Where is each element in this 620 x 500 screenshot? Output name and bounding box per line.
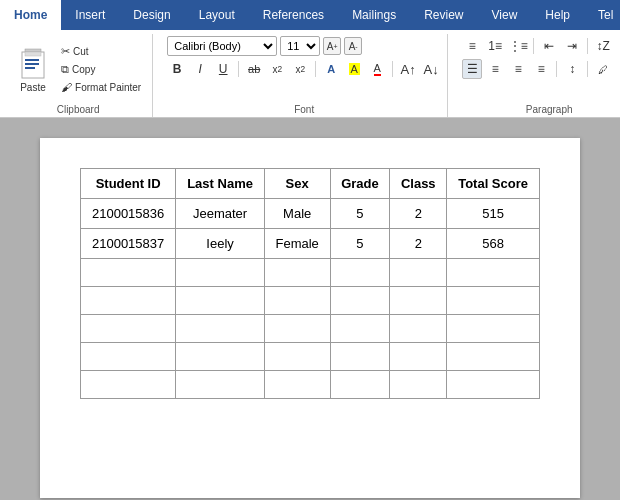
sort-button[interactable]: ↕Z (593, 36, 613, 56)
table-cell-0-5[interactable]: 515 (447, 199, 540, 229)
tab-layout[interactable]: Layout (185, 0, 249, 30)
tab-design[interactable]: Design (119, 0, 184, 30)
table-cell-0-1[interactable]: Jeemater (176, 199, 265, 229)
highlight-button[interactable]: A (344, 59, 364, 79)
paragraph-label: Paragraph (462, 102, 620, 115)
table-cell-2-3[interactable] (330, 259, 390, 287)
decrease-indent-button[interactable]: A↓ (421, 59, 441, 79)
table-cell-4-2[interactable] (264, 315, 330, 343)
table-cell-2-4[interactable] (390, 259, 447, 287)
table-cell-5-5[interactable] (447, 343, 540, 371)
italic-button[interactable]: I (190, 59, 210, 79)
table-cell-5-2[interactable] (264, 343, 330, 371)
table-cell-1-5[interactable]: 568 (447, 229, 540, 259)
strikethrough-button[interactable]: ab (244, 59, 264, 79)
table-cell-3-0[interactable] (81, 287, 176, 315)
table-cell-3-2[interactable] (264, 287, 330, 315)
app-window: Home Insert Design Layout References Mai… (0, 0, 620, 500)
cut-button[interactable]: ✂ Cut (56, 43, 146, 60)
tab-tel[interactable]: Tel (584, 0, 620, 30)
numbering-button[interactable]: 1≡ (485, 36, 505, 56)
table-cell-5-4[interactable] (390, 343, 447, 371)
tab-references[interactable]: References (249, 0, 338, 30)
line-spacing-button[interactable]: ↕ (562, 59, 582, 79)
table-cell-1-3[interactable]: 5 (330, 229, 390, 259)
multilevel-list-button[interactable]: ⋮≡ (508, 36, 528, 56)
bold-button[interactable]: B (167, 59, 187, 79)
tab-insert[interactable]: Insert (61, 0, 119, 30)
table-cell-0-4[interactable]: 2 (390, 199, 447, 229)
justify-button[interactable]: ≡ (531, 59, 551, 79)
table-cell-0-3[interactable]: 5 (330, 199, 390, 229)
table-cell-4-3[interactable] (330, 315, 390, 343)
document-area[interactable]: Student ID Last Name Sex Grade Class Tot… (0, 118, 620, 500)
font-name-select[interactable]: Calibri (Body) (167, 36, 277, 56)
table-cell-6-3[interactable] (330, 371, 390, 399)
data-table: Student ID Last Name Sex Grade Class Tot… (80, 168, 540, 399)
table-row: 2100015837IeelyFemale52568 (81, 229, 540, 259)
table-cell-2-1[interactable] (176, 259, 265, 287)
underline-button[interactable]: U (213, 59, 233, 79)
superscript-button[interactable]: x2 (290, 59, 310, 79)
col-header-student-id: Student ID (81, 169, 176, 199)
bullets-button[interactable]: ≡ (462, 36, 482, 56)
table-cell-3-1[interactable] (176, 287, 265, 315)
sep-para-1 (533, 38, 534, 54)
increase-indent-para-button[interactable]: ⇥ (562, 36, 582, 56)
table-row: 2100015836JeematerMale52515 (81, 199, 540, 229)
table-cell-5-3[interactable] (330, 343, 390, 371)
border-button[interactable]: ⊞ (616, 59, 620, 79)
table-cell-0-2[interactable]: Male (264, 199, 330, 229)
tab-help[interactable]: Help (531, 0, 584, 30)
table-cell-6-5[interactable] (447, 371, 540, 399)
table-cell-1-0[interactable]: 2100015837 (81, 229, 176, 259)
table-cell-4-4[interactable] (390, 315, 447, 343)
increase-indent-button[interactable]: A↑ (398, 59, 418, 79)
table-cell-6-4[interactable] (390, 371, 447, 399)
table-cell-6-2[interactable] (264, 371, 330, 399)
table-cell-4-0[interactable] (81, 315, 176, 343)
tab-view[interactable]: View (478, 0, 532, 30)
sep-para-3 (556, 61, 557, 77)
align-right-button[interactable]: ≡ (508, 59, 528, 79)
table-cell-4-5[interactable] (447, 315, 540, 343)
subscript-button[interactable]: x2 (267, 59, 287, 79)
increase-font-button[interactable]: A+ (323, 37, 341, 55)
tab-home[interactable]: Home (0, 0, 61, 30)
table-cell-3-3[interactable] (330, 287, 390, 315)
table-cell-1-1[interactable]: Ieely (176, 229, 265, 259)
table-cell-3-4[interactable] (390, 287, 447, 315)
format-painter-button[interactable]: 🖌 Format Painter (56, 79, 146, 95)
table-cell-6-1[interactable] (176, 371, 265, 399)
table-cell-2-5[interactable] (447, 259, 540, 287)
paragraph-group: ≡ 1≡ ⋮≡ ⇤ ⇥ ↕Z ¶ ☰ ≡ ≡ ≡ ↕ (456, 34, 620, 117)
text-effect-button[interactable]: A (321, 59, 341, 79)
decrease-font-button[interactable]: A- (344, 37, 362, 55)
table-cell-5-1[interactable] (176, 343, 265, 371)
font-size-select[interactable]: 11 (280, 36, 320, 56)
show-formatting-button[interactable]: ¶ (616, 36, 620, 56)
table-cell-1-4[interactable]: 2 (390, 229, 447, 259)
table-cell-6-0[interactable] (81, 371, 176, 399)
svg-rect-3 (25, 59, 39, 61)
tab-mailings[interactable]: Mailings (338, 0, 410, 30)
table-cell-2-2[interactable] (264, 259, 330, 287)
table-cell-1-2[interactable]: Female (264, 229, 330, 259)
font-color-button[interactable]: A (367, 59, 387, 79)
decrease-indent-para-button[interactable]: ⇤ (539, 36, 559, 56)
table-body: 2100015836JeematerMale525152100015837Iee… (81, 199, 540, 399)
table-cell-4-1[interactable] (176, 315, 265, 343)
copy-button[interactable]: ⧉ Copy (56, 61, 146, 78)
table-cell-3-5[interactable] (447, 287, 540, 315)
table-cell-2-0[interactable] (81, 259, 176, 287)
paste-button[interactable]: Paste (10, 43, 56, 96)
align-left-button[interactable]: ☰ (462, 59, 482, 79)
table-cell-5-0[interactable] (81, 343, 176, 371)
align-center-button[interactable]: ≡ (485, 59, 505, 79)
shading-button[interactable]: 🖊 (593, 59, 613, 79)
tab-review[interactable]: Review (410, 0, 477, 30)
separator-font-3 (392, 61, 393, 77)
paste-icon (19, 47, 47, 81)
clipboard-group-content: Paste ✂ Cut ⧉ Copy 🖌 Format Painter (10, 36, 146, 102)
table-cell-0-0[interactable]: 2100015836 (81, 199, 176, 229)
